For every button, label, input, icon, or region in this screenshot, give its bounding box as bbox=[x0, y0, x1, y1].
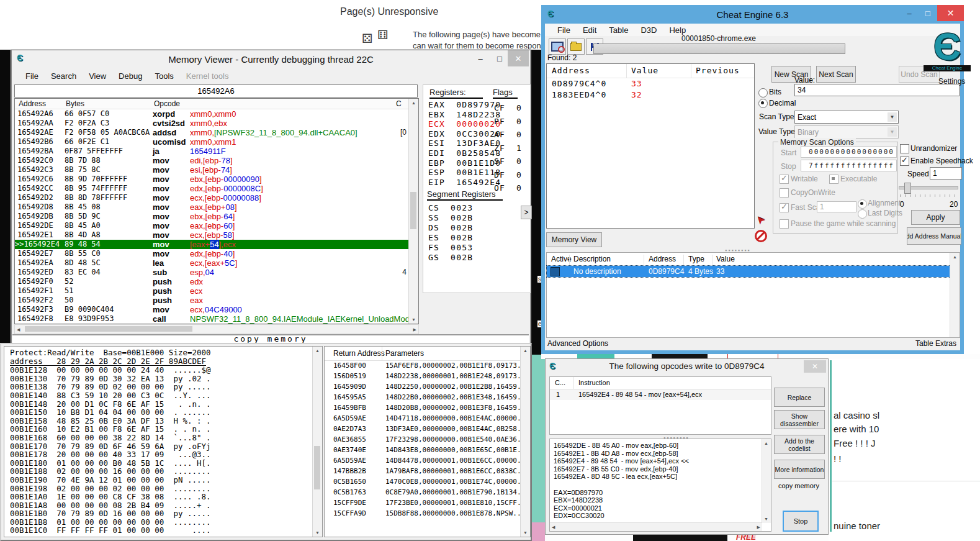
disassembly-row[interactable]: 165492F151pushecx bbox=[15, 286, 409, 296]
disassembly-row[interactable]: 165492B666 0F2E C1ucomisdxmm0,xmm1 bbox=[15, 137, 409, 147]
advanced-options-link[interactable]: Advanced Options bbox=[547, 339, 608, 348]
scroll-down-icon[interactable]: ▼ bbox=[523, 530, 528, 535]
menu-item-edit[interactable]: Edit bbox=[577, 25, 603, 35]
scroll-left-icon[interactable]: ◀ bbox=[552, 525, 555, 529]
copyonwrite-checkbox[interactable] bbox=[780, 188, 789, 198]
disassembly-row[interactable]: 165492AAF2 0F2A C3cvtsi2sdxmm0,ebx bbox=[15, 119, 409, 128]
hex-vertical-scrollbar[interactable]: ▲ ▼ bbox=[312, 347, 322, 537]
close-button[interactable]: ✕ bbox=[804, 360, 826, 373]
scrollbar-thumb[interactable] bbox=[25, 326, 192, 332]
stack-row[interactable]: 0C5B16501470C0E8,00000001,00B1E74C,00000… bbox=[325, 478, 521, 488]
disassembly-row[interactable]: 165492AEF2 0F58 05 A0ACBC6Aaddsdxmm0,[NP… bbox=[15, 128, 409, 137]
scroll-up-icon[interactable]: ▲ bbox=[411, 101, 416, 105]
maximize-button[interactable]: □ bbox=[490, 50, 509, 66]
address-list[interactable]: Active Description Address Type Value No… bbox=[546, 252, 960, 338]
enable-speedhack-checkbox[interactable] bbox=[900, 157, 909, 166]
disassembly-row[interactable]: 165492C38B 75 8Cmovesi,[ebp-74] bbox=[15, 165, 409, 175]
cheat-engine-titlebar[interactable]: Є Cheat Engine 6.3 – □ ✕ bbox=[541, 5, 964, 24]
apply-button[interactable]: Apply bbox=[911, 210, 960, 225]
disassembly-row[interactable]: 165492DB8B 5D 9Cmovebx,[ebp-64] bbox=[15, 212, 409, 221]
stack-row[interactable]: 6A5D59AE14D84478,00000001,00B1E6CC,00000… bbox=[325, 457, 521, 467]
close-button[interactable]: ✕ bbox=[508, 50, 529, 66]
stack-vertical-scrollbar[interactable]: ▲ ▼ bbox=[520, 347, 530, 537]
last-digits-radio[interactable] bbox=[858, 209, 867, 219]
stop-button[interactable]: Stop bbox=[783, 511, 819, 532]
scan-stop-input[interactable]: 7fffffffffffffff bbox=[801, 160, 897, 171]
detail-vertical-scrollbar[interactable]: ▲ ▼ bbox=[762, 439, 771, 523]
stack-row[interactable]: 147BBB2B1A79BAF8,00000001,00B1E6CC,0838C… bbox=[325, 467, 521, 478]
stack-row[interactable]: 156D0519148D2238,00000001,00B1E248,09173… bbox=[325, 372, 521, 383]
stack-row[interactable]: 0AE2D7A313DF3AE0,00000000,00B1E4AC,0B258… bbox=[325, 425, 521, 435]
opcode-list[interactable]: C... Instruction 1 165492E4 - 89 48 54 -… bbox=[549, 376, 771, 435]
menu-item-file[interactable]: File bbox=[19, 71, 45, 81]
disassembly-row[interactable]: 165492DE8B 45 A0moveax,[ebp-60] bbox=[15, 221, 409, 230]
dialog-titlebar[interactable]: Є The following opcodes write to 0D8979C… bbox=[546, 359, 828, 374]
scroll-right-icon[interactable]: ▶ bbox=[757, 525, 760, 529]
disassembly-row[interactable]: >>165492E489 48 54mov[eax+54],ecx bbox=[15, 240, 409, 249]
add-address-manually-button[interactable]: Add Address Manually bbox=[907, 227, 961, 245]
next-scan-button[interactable]: Next Scan bbox=[816, 66, 856, 83]
more-information-button[interactable]: More information bbox=[774, 460, 825, 479]
copy-memory-label[interactable]: copy memory bbox=[774, 482, 824, 489]
unrandomizer-checkbox[interactable] bbox=[900, 144, 909, 153]
fast-scan-value-input[interactable]: 1 bbox=[817, 201, 856, 212]
address-list-row[interactable]: No description0D8979C44 Bytes33 bbox=[547, 266, 950, 277]
bits-radio[interactable] bbox=[758, 88, 768, 98]
scroll-right-icon[interactable]: ▶ bbox=[413, 327, 416, 332]
speed-input[interactable]: 1 bbox=[930, 167, 962, 180]
disassembly-vertical-scrollbar[interactable]: ▲ ▼ bbox=[408, 99, 418, 324]
replace-button[interactable]: Replace bbox=[774, 388, 825, 407]
alignment-radio[interactable] bbox=[858, 199, 867, 209]
found-list[interactable]: Address Value Previous 0D8979C4^0331883E… bbox=[546, 63, 755, 229]
open-table-button[interactable] bbox=[567, 39, 585, 55]
scrollbar-thumb[interactable] bbox=[314, 446, 320, 489]
opcode-row[interactable]: 1 165492E4 - 89 48 54 - mov [eax+54],ecx bbox=[550, 389, 771, 400]
scroll-up-icon[interactable]: ▲ bbox=[953, 255, 957, 259]
writable-checkbox[interactable] bbox=[780, 175, 789, 184]
select-process-button[interactable] bbox=[549, 39, 566, 55]
memory-viewer-titlebar[interactable]: Є Memory Viewer - Currently debugging th… bbox=[12, 50, 530, 68]
disassembly-panel[interactable]: Address Bytes Opcode C 165492A666 0F57 C… bbox=[14, 98, 419, 324]
stack-row[interactable]: 0AE3685517F23298,00000000,00B1E540,0AE36… bbox=[325, 435, 521, 446]
disassembly-row[interactable]: 165492E78B 55 C0movedx,[ebp-40] bbox=[15, 249, 409, 258]
found-row[interactable]: 1883EED4^032 bbox=[547, 90, 754, 101]
scroll-up-icon[interactable]: ▲ bbox=[764, 441, 768, 445]
found-row[interactable]: 0D8979C4^033 bbox=[547, 79, 754, 90]
stack-row[interactable]: 164595A5148D22B0,00000002,00B1E348,16459… bbox=[325, 393, 521, 404]
executable-checkbox[interactable] bbox=[829, 175, 838, 184]
scroll-down-icon[interactable]: ▼ bbox=[315, 530, 320, 535]
maximize-button[interactable]: □ bbox=[919, 5, 937, 21]
opcode-detail-panel[interactable]: 165492DE - 8B 45 A0 - mov eax,[ebp-60]16… bbox=[549, 439, 771, 532]
disassembly-horizontal-scrollbar[interactable]: ◀ ▶ bbox=[14, 324, 419, 334]
slider-thumb[interactable] bbox=[904, 183, 911, 194]
attach-debugger-arrow-icon[interactable]: ➤ bbox=[756, 214, 772, 229]
value-type-dropdown[interactable]: Binary ▼ bbox=[794, 125, 899, 139]
disassembly-row[interactable]: 165492F052pushedx bbox=[15, 277, 409, 286]
menu-item-search[interactable]: Search bbox=[45, 71, 83, 81]
stack-row[interactable]: 6A5D59AE14D47118,00000000,00B1E4AC,00000… bbox=[325, 414, 521, 425]
scan-value-input[interactable]: 34 bbox=[794, 84, 960, 96]
stack-row[interactable]: 15CFF9DE17F23BE0,00000001,00B1E810,15CFF… bbox=[325, 499, 521, 509]
menu-item-table[interactable]: Table bbox=[603, 25, 634, 35]
scroll-down-icon[interactable]: ▼ bbox=[411, 317, 416, 322]
detail-horizontal-scrollbar[interactable]: ◀ ▶ bbox=[550, 522, 762, 531]
add-to-codelist-button[interactable]: Add to the codelist bbox=[774, 435, 825, 454]
disassembly-row[interactable]: 165492ED83 EC 04subesp,044 bbox=[15, 268, 409, 277]
chevron-down-icon[interactable]: ▼ bbox=[888, 112, 897, 122]
scrollbar-thumb[interactable] bbox=[410, 192, 416, 229]
memory-view-button[interactable]: Memory View bbox=[546, 232, 602, 247]
stack-view-panel[interactable]: Return Address Parameters 16458F0015AF6E… bbox=[324, 346, 531, 537]
disassembly-row[interactable]: 165492D28B 8D 78FFFFFFmovecx,[ebp-000000… bbox=[15, 193, 409, 202]
stack-row[interactable]: 15CFFA9D15DB8F88,00000000,00B1E878,NPSW.… bbox=[325, 509, 521, 520]
active-checkbox[interactable] bbox=[551, 267, 560, 276]
fast-scan-checkbox[interactable] bbox=[780, 203, 789, 212]
scan-start-input[interactable]: 0000000000000000 bbox=[801, 146, 897, 158]
show-disassembler-button[interactable]: Show disassembler bbox=[774, 410, 825, 429]
disassembly-row[interactable]: 165492F250pusheax bbox=[15, 296, 409, 305]
speed-slider[interactable] bbox=[899, 181, 958, 194]
scroll-up-icon[interactable]: ▲ bbox=[315, 348, 320, 353]
disassembly-row[interactable]: 165492F3B9 0090C404movecx,04C49000 bbox=[15, 305, 409, 314]
close-button[interactable]: ✕ bbox=[937, 5, 964, 21]
menu-item-tools[interactable]: Tools bbox=[148, 71, 179, 81]
disassembly-row[interactable]: 165492E18B 4D A8movecx,[ebp-58] bbox=[15, 230, 409, 240]
